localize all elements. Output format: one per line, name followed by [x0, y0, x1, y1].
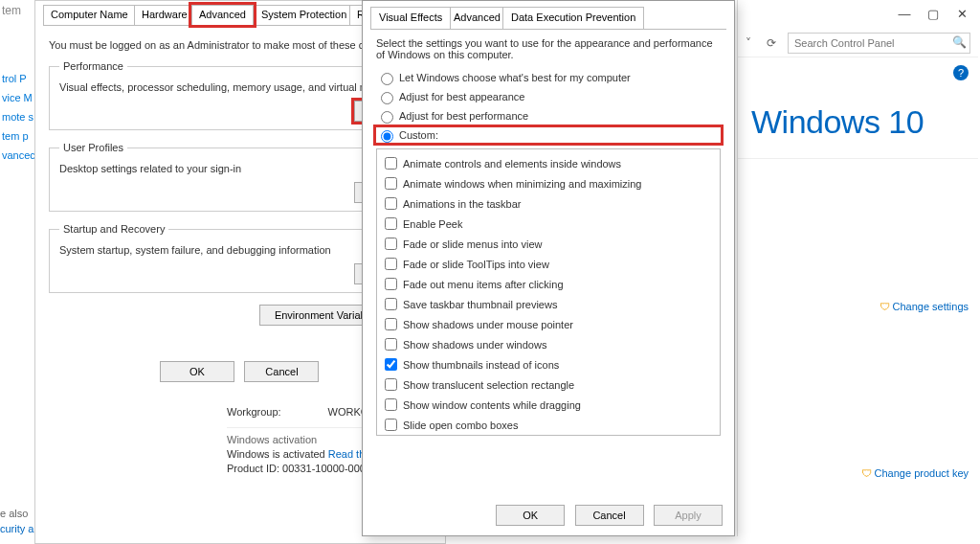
visual-effect-option[interactable]: Fade or slide menus into view — [381, 234, 716, 254]
checkbox-label: Fade out menu items after clicking — [403, 279, 564, 290]
tab-computer-name[interactable]: Computer Name — [43, 5, 136, 25]
help-area: ? — [738, 57, 978, 80]
minimize-button[interactable]: — — [890, 3, 919, 26]
nav-item[interactable]: tem p — [0, 126, 37, 146]
visual-effect-option[interactable]: Show translucent selection rectangle — [381, 374, 716, 395]
checkbox-input[interactable] — [385, 358, 397, 371]
toolbar: ˅ ⟳ 🔍 — [738, 29, 978, 57]
checkbox-input[interactable] — [385, 278, 397, 290]
cancel-button[interactable]: Cancel — [244, 361, 319, 382]
visual-effects-checklist[interactable]: Animate controls and elements inside win… — [376, 148, 721, 436]
visual-effect-option[interactable]: Fade or slide ToolTips into view — [381, 254, 716, 274]
checkbox-label: Show thumbnails instead of icons — [403, 359, 559, 371]
tab-perf-advanced[interactable]: Advanced — [445, 7, 509, 29]
checkbox-input[interactable] — [385, 238, 397, 250]
checkbox-input[interactable] — [385, 298, 397, 310]
search-icon[interactable]: 🔍 — [952, 35, 967, 49]
radio-option[interactable]: Custom: — [376, 127, 721, 143]
shield-icon: 🛡 — [880, 301, 890, 312]
nav-header: tem — [0, 0, 37, 21]
checkbox-label: Save taskbar thumbnail previews — [403, 299, 557, 310]
visual-effect-option[interactable]: Show window contents while dragging — [381, 395, 716, 415]
perfopts-buttons: OK Cancel Apply — [490, 505, 723, 526]
checkbox-label: Animations in the taskbar — [403, 198, 522, 210]
radio-option[interactable]: Adjust for best performance — [376, 108, 721, 124]
nav-item[interactable]: mote s — [0, 107, 37, 126]
checkbox-input[interactable] — [385, 338, 397, 351]
nav-item[interactable]: vice M — [0, 88, 37, 107]
tab-system-protection[interactable]: System Protection — [254, 5, 354, 25]
checkbox-input[interactable] — [385, 157, 397, 170]
checkbox-input[interactable] — [385, 378, 397, 391]
activation-status: Windows is activated — [227, 448, 328, 460]
checkbox-label: Show window contents while dragging — [403, 399, 581, 411]
visual-effect-option[interactable]: Show shadows under mouse pointer — [381, 314, 716, 334]
visual-effect-option[interactable]: Save taskbar thumbnail previews — [381, 294, 716, 314]
search-box: 🔍 — [788, 33, 970, 54]
checkbox-label: Animate controls and elements inside win… — [403, 158, 621, 170]
visual-effect-option[interactable]: Animations in the taskbar — [381, 193, 716, 214]
perfopts-apply-button[interactable]: Apply — [654, 505, 723, 526]
radio-input[interactable] — [381, 130, 393, 143]
radio-label: Adjust for best appearance — [399, 91, 524, 102]
tab-dep[interactable]: Data Execution Prevention — [502, 7, 644, 29]
visual-effect-option[interactable]: Smooth edges of screen fonts — [381, 435, 716, 436]
radio-input[interactable] — [381, 92, 393, 104]
checkbox-label: Show shadows under windows — [403, 339, 546, 351]
perfopts-desc: Select the settings you want to use for … — [376, 37, 721, 60]
startup-recovery-legend: Startup and Recovery — [59, 223, 168, 235]
workgroup-label: Workgroup: — [227, 406, 281, 418]
close-button[interactable]: ✕ — [947, 3, 976, 26]
nav-item[interactable]: trol P — [0, 69, 37, 88]
performance-options-dialog: Visual Effects Advanced Data Execution P… — [362, 0, 735, 536]
tab-visual-effects[interactable]: Visual Effects — [370, 7, 451, 29]
nav-item[interactable]: vancec — [0, 146, 37, 165]
visual-effect-option[interactable]: Show thumbnails instead of icons — [381, 354, 716, 374]
visual-effect-option[interactable]: Enable Peek — [381, 214, 716, 234]
radio-input[interactable] — [381, 73, 393, 85]
radio-option[interactable]: Let Windows choose what's best for my co… — [376, 70, 721, 85]
checkbox-input[interactable] — [385, 258, 397, 270]
checkbox-input[interactable] — [385, 217, 397, 230]
checkbox-label: Show shadows under mouse pointer — [403, 319, 573, 330]
up-icon[interactable]: ˅ — [746, 36, 759, 50]
search-input[interactable] — [788, 33, 970, 54]
visual-effect-option[interactable]: Animate windows when minimizing and maxi… — [381, 173, 716, 193]
perfopts-ok-button[interactable]: OK — [496, 505, 565, 526]
visual-effect-option[interactable]: Slide open combo boxes — [381, 415, 716, 435]
ok-button[interactable]: OK — [160, 361, 234, 382]
control-panel-nav: tem trol P vice M mote s tem p vancec — [0, 0, 38, 536]
product-id-label: Product ID: — [227, 463, 279, 474]
windows-brand: Windows 10 — [738, 80, 978, 150]
checkbox-label: Fade or slide menus into view — [403, 238, 543, 250]
help-icon[interactable]: ? — [953, 65, 969, 80]
titlebar: — ▢ ✕ — [738, 0, 978, 29]
refresh-icon[interactable]: ⟳ — [767, 36, 780, 50]
change-settings-link[interactable]: 🛡Change settings — [738, 301, 978, 312]
perfopts-tabs: Visual Effects Advanced Data Execution P… — [370, 7, 726, 30]
change-product-key-link[interactable]: 🛡Change product key — [861, 467, 978, 479]
checkbox-label: Fade or slide ToolTips into view — [403, 259, 549, 270]
checkbox-input[interactable] — [385, 419, 397, 431]
visual-effect-option[interactable]: Fade out menu items after clicking — [381, 274, 716, 294]
checkbox-label: Show translucent selection rectangle — [403, 379, 574, 391]
radio-option[interactable]: Adjust for best appearance — [376, 89, 721, 104]
radio-label: Custom: — [399, 129, 438, 141]
tab-advanced[interactable]: Advanced — [191, 5, 254, 25]
checkbox-input[interactable] — [385, 177, 397, 190]
checkbox-input[interactable] — [385, 318, 397, 330]
performance-legend: Performance — [59, 60, 127, 72]
checkbox-input[interactable] — [385, 197, 397, 210]
perfopts-cancel-button[interactable]: Cancel — [575, 505, 644, 526]
tab-hardware[interactable]: Hardware — [134, 5, 195, 25]
maximize-button[interactable]: ▢ — [919, 3, 947, 26]
visual-effect-option[interactable]: Show shadows under windows — [381, 334, 716, 354]
control-panel-window: — ▢ ✕ ˅ ⟳ 🔍 ? Windows 10 🛡Change setting… — [737, 0, 978, 536]
checkbox-label: Animate windows when minimizing and maxi… — [403, 178, 641, 190]
checkbox-input[interactable] — [385, 398, 397, 411]
shield-icon: 🛡 — [861, 467, 872, 479]
user-profiles-legend: User Profiles — [59, 142, 127, 153]
radio-input[interactable] — [381, 111, 393, 124]
checkbox-label: Slide open combo boxes — [403, 419, 518, 431]
visual-effect-option[interactable]: Animate controls and elements inside win… — [381, 153, 716, 173]
